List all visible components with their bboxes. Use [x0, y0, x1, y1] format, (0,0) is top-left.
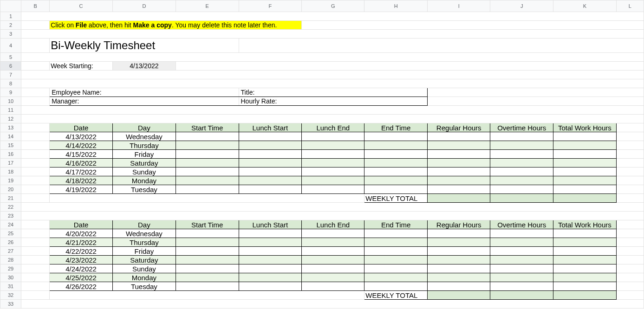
cell[interactable]: [302, 229, 364, 238]
cell[interactable]: [616, 291, 644, 300]
w1-date[interactable]: 4/17/2022: [50, 167, 113, 176]
row-header-29[interactable]: 29: [0, 264, 21, 273]
w1-date[interactable]: 4/16/2022: [50, 159, 113, 167]
cell[interactable]: [302, 264, 364, 273]
w1-ls[interactable]: [239, 132, 302, 141]
cell[interactable]: [21, 212, 644, 220]
w1-le[interactable]: [302, 132, 364, 141]
cell[interactable]: [50, 291, 364, 300]
cell[interactable]: [239, 282, 302, 291]
cell[interactable]: [616, 123, 644, 132]
th-lunch-start[interactable]: Lunch Start: [239, 123, 302, 132]
col-header-B[interactable]: B: [21, 0, 50, 12]
cell[interactable]: [490, 229, 553, 238]
cell[interactable]: [21, 282, 50, 291]
th-day[interactable]: Day: [112, 123, 176, 132]
col-header-E[interactable]: E: [176, 0, 239, 12]
w1-ot[interactable]: [490, 132, 553, 141]
row-header-33[interactable]: 33: [0, 300, 21, 309]
weekly-total-sum[interactable]: [553, 194, 617, 203]
w1-day[interactable]: Tuesday: [112, 185, 176, 194]
w1-date[interactable]: 4/13/2022: [50, 132, 113, 141]
cell[interactable]: [21, 176, 50, 185]
cell[interactable]: [176, 141, 239, 150]
th-overtime[interactable]: Overtime Hours: [490, 123, 553, 132]
col-header-G[interactable]: G: [302, 0, 364, 12]
cell[interactable]: [176, 229, 239, 238]
cell[interactable]: [21, 30, 644, 39]
weekly-total-reg[interactable]: [428, 291, 490, 300]
row-header-7[interactable]: 7: [0, 71, 21, 79]
cell[interactable]: [302, 21, 644, 30]
cell[interactable]: [490, 185, 553, 194]
cell[interactable]: [176, 264, 239, 273]
row-header-18[interactable]: 18: [0, 167, 21, 176]
w1-end[interactable]: [364, 132, 428, 141]
col-header-C[interactable]: C: [50, 0, 113, 12]
cell[interactable]: [302, 256, 364, 264]
w1-reg[interactable]: [428, 132, 490, 141]
cell[interactable]: [239, 159, 302, 167]
row-header-4[interactable]: 4: [0, 39, 21, 53]
cell[interactable]: [553, 159, 617, 167]
cell[interactable]: [553, 229, 617, 238]
page-title[interactable]: Bi-Weekly Timesheet: [50, 39, 239, 53]
cell[interactable]: [616, 141, 644, 150]
row-header-8[interactable]: 8: [0, 79, 21, 88]
w1-date[interactable]: 4/18/2022: [50, 176, 113, 185]
th-end[interactable]: End Time: [364, 220, 428, 229]
w1-day[interactable]: Sunday: [112, 167, 176, 176]
cell[interactable]: [428, 141, 490, 150]
weekly-total-label[interactable]: WEEKLY TOTAL: [364, 194, 428, 203]
cell[interactable]: [490, 159, 553, 167]
cell[interactable]: [302, 185, 364, 194]
cell[interactable]: [21, 194, 50, 203]
cell[interactable]: [21, 229, 50, 238]
w1-day[interactable]: Wednesday: [112, 132, 176, 141]
cell[interactable]: [302, 247, 364, 256]
weekly-total-ot[interactable]: [490, 194, 553, 203]
row-header-22[interactable]: 22: [0, 203, 21, 212]
row-header-1[interactable]: 1: [0, 12, 21, 21]
col-header-L[interactable]: L: [616, 0, 644, 12]
cell[interactable]: [428, 176, 490, 185]
manager-label[interactable]: Manager:: [50, 97, 239, 106]
w1-day[interactable]: Friday: [112, 150, 176, 159]
row-header-26[interactable]: 26: [0, 238, 21, 247]
cell[interactable]: [364, 264, 428, 273]
cell[interactable]: [428, 229, 490, 238]
cell[interactable]: [616, 159, 644, 167]
cell[interactable]: [616, 220, 644, 229]
cell[interactable]: [364, 273, 428, 282]
cell[interactable]: [428, 97, 644, 106]
row-header-11[interactable]: 11: [0, 106, 21, 115]
th-start[interactable]: Start Time: [176, 220, 239, 229]
cell[interactable]: [21, 88, 50, 97]
cell[interactable]: [553, 273, 617, 282]
cell[interactable]: [490, 247, 553, 256]
cell[interactable]: [176, 273, 239, 282]
row-header-3[interactable]: 3: [0, 30, 21, 39]
w1-day[interactable]: Monday: [112, 176, 176, 185]
row-header-21[interactable]: 21: [0, 194, 21, 203]
cell[interactable]: [21, 79, 644, 88]
cell[interactable]: [616, 256, 644, 264]
w2-day[interactable]: Saturday: [112, 256, 176, 264]
col-header-H[interactable]: H: [364, 0, 428, 12]
cell[interactable]: [364, 229, 428, 238]
cell[interactable]: [21, 141, 50, 150]
title-label[interactable]: Title:: [239, 88, 428, 97]
spreadsheet-grid[interactable]: B C D E F G H I J K L 1 2 Click on File …: [0, 0, 644, 309]
cell[interactable]: [616, 150, 644, 159]
cell[interactable]: [616, 238, 644, 247]
cell[interactable]: [616, 167, 644, 176]
cell[interactable]: [428, 238, 490, 247]
cell[interactable]: [553, 167, 617, 176]
th-start[interactable]: Start Time: [176, 123, 239, 132]
cell[interactable]: [616, 194, 644, 203]
cell[interactable]: [21, 220, 50, 229]
row-header-12[interactable]: 12: [0, 115, 21, 123]
cell[interactable]: [428, 247, 490, 256]
cell[interactable]: [176, 62, 644, 71]
row-header-6[interactable]: 6: [0, 62, 21, 71]
